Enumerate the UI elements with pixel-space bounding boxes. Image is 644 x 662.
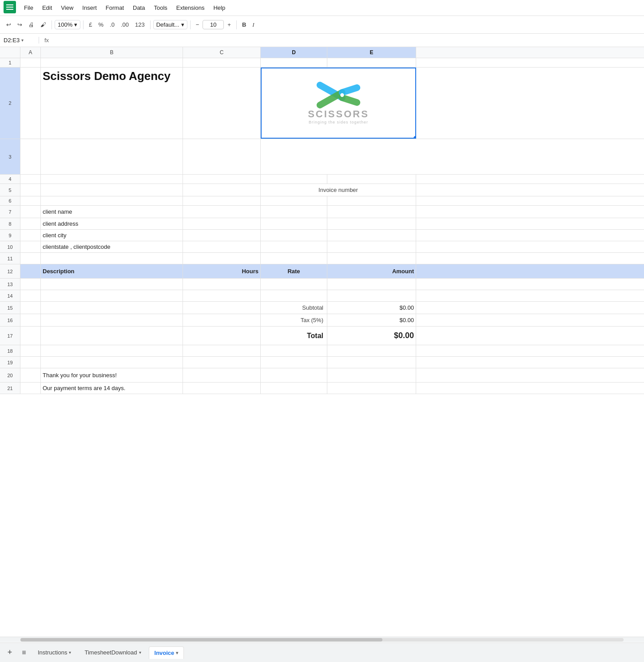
- col-header-c[interactable]: C: [183, 47, 261, 58]
- cell-a15[interactable]: [20, 302, 41, 314]
- cell-d8[interactable]: [261, 218, 327, 229]
- cell-e14[interactable]: [327, 290, 416, 301]
- cell-e6[interactable]: [327, 196, 416, 205]
- logo-cell[interactable]: SCISSORS Bringing the sides together: [261, 68, 416, 139]
- cell-e20[interactable]: [327, 368, 416, 382]
- cell-a11[interactable]: [20, 253, 41, 264]
- row-num-14[interactable]: 14: [0, 290, 20, 301]
- cell-b9[interactable]: client city: [41, 230, 183, 241]
- cell-d14[interactable]: [261, 290, 327, 301]
- cell-b6[interactable]: [41, 196, 183, 205]
- cell-a6[interactable]: [20, 196, 41, 205]
- format-123-button[interactable]: 123: [132, 20, 147, 30]
- cell-a20[interactable]: [20, 368, 41, 382]
- cell-a1[interactable]: [20, 58, 41, 67]
- cell-reference[interactable]: D2:E3 ▾: [4, 37, 39, 44]
- cell-e8[interactable]: [327, 218, 416, 229]
- scrollbar-thumb[interactable]: [20, 638, 382, 642]
- col-header-a[interactable]: A: [20, 47, 41, 58]
- col-header-e[interactable]: E: [327, 47, 416, 58]
- row-num-3[interactable]: 3: [0, 139, 20, 174]
- font-size-increase-button[interactable]: +: [225, 20, 234, 30]
- col-header-b[interactable]: B: [41, 47, 183, 58]
- decimal-decrease-button[interactable]: .0: [107, 20, 117, 30]
- cell-b1[interactable]: [41, 58, 183, 67]
- menu-extensions[interactable]: Extensions: [173, 3, 208, 13]
- row-num-2[interactable]: 2: [0, 68, 20, 139]
- cell-c19[interactable]: [183, 357, 261, 368]
- row-num-15[interactable]: 15: [0, 302, 20, 314]
- row-num-5[interactable]: 5: [0, 184, 20, 196]
- menu-edit[interactable]: Edit: [39, 3, 56, 13]
- cell-c10[interactable]: [183, 241, 261, 252]
- cell-d21[interactable]: [261, 383, 327, 394]
- resize-handle[interactable]: [413, 136, 416, 139]
- row-num-16[interactable]: 16: [0, 314, 20, 326]
- cell-c18[interactable]: [183, 345, 261, 356]
- cell-e21[interactable]: [327, 383, 416, 394]
- cell-a3[interactable]: [20, 139, 41, 174]
- cell-b18[interactable]: [41, 345, 183, 356]
- row-num-11[interactable]: 11: [0, 253, 20, 264]
- cell-c17[interactable]: [183, 327, 261, 345]
- cell-c5[interactable]: [183, 184, 261, 196]
- cell-c11[interactable]: [183, 253, 261, 264]
- cell-e9[interactable]: [327, 230, 416, 241]
- cell-a4[interactable]: [20, 175, 41, 183]
- cell-c8[interactable]: [183, 218, 261, 229]
- cell-b12-description[interactable]: Description: [41, 264, 183, 278]
- cell-a8[interactable]: [20, 218, 41, 229]
- cell-a17[interactable]: [20, 327, 41, 345]
- cell-ref-dropdown-icon[interactable]: ▾: [21, 38, 24, 43]
- cell-b16[interactable]: [41, 314, 183, 326]
- cell-a21[interactable]: [20, 383, 41, 394]
- menu-view[interactable]: View: [57, 3, 77, 13]
- cell-d20[interactable]: [261, 368, 327, 382]
- row-num-19[interactable]: 19: [0, 357, 20, 368]
- cell-b20[interactable]: Thank you for your business!: [41, 368, 183, 382]
- menu-tools[interactable]: Tools: [150, 3, 171, 13]
- cell-d17-total[interactable]: Total: [261, 327, 327, 345]
- cell-b21[interactable]: Our payment terms are 14 days.: [41, 383, 183, 394]
- cell-e7[interactable]: [327, 206, 416, 218]
- cell-e18[interactable]: [327, 345, 416, 356]
- cell-a12[interactable]: [20, 264, 41, 278]
- cell-a7[interactable]: [20, 206, 41, 218]
- cell-c13[interactable]: [183, 279, 261, 290]
- cell-a14[interactable]: [20, 290, 41, 301]
- row-num-7[interactable]: 7: [0, 206, 20, 218]
- menu-help[interactable]: Help: [210, 3, 229, 13]
- row-num-17[interactable]: 17: [0, 327, 20, 345]
- paint-format-button[interactable]: 🖌: [38, 20, 49, 30]
- sheet-body[interactable]: 1 2 Scissors Demo Agency: [0, 58, 644, 637]
- cell-d18[interactable]: [261, 345, 327, 356]
- formula-input[interactable]: [54, 37, 640, 44]
- cell-b17[interactable]: [41, 327, 183, 345]
- cell-e4[interactable]: [327, 175, 416, 183]
- cell-c7[interactable]: [183, 206, 261, 218]
- col-header-d[interactable]: D: [261, 47, 327, 58]
- cell-d7[interactable]: [261, 206, 327, 218]
- row-num-18[interactable]: 18: [0, 345, 20, 356]
- menu-file[interactable]: File: [20, 3, 37, 13]
- cell-a9[interactable]: [20, 230, 41, 241]
- menu-data[interactable]: Data: [129, 3, 148, 13]
- cell-e10[interactable]: [327, 241, 416, 252]
- row-num-1[interactable]: 1: [0, 58, 20, 67]
- cell-c15[interactable]: [183, 302, 261, 314]
- cell-a5[interactable]: [20, 184, 41, 196]
- cell-e12-amount[interactable]: Amount: [327, 264, 416, 278]
- cell-a18[interactable]: [20, 345, 41, 356]
- cell-e17-total[interactable]: $0.00: [327, 327, 416, 345]
- cell-c9[interactable]: [183, 230, 261, 241]
- cell-c14[interactable]: [183, 290, 261, 301]
- cell-d1[interactable]: [261, 58, 327, 67]
- cell-d5[interactable]: Invoice number: [261, 184, 416, 196]
- cell-b15[interactable]: [41, 302, 183, 314]
- row-num-21[interactable]: 21: [0, 383, 20, 394]
- cell-b13[interactable]: [41, 279, 183, 290]
- row-num-20[interactable]: 20: [0, 368, 20, 382]
- currency-button[interactable]: £: [86, 20, 95, 30]
- bold-button[interactable]: B: [239, 20, 249, 30]
- cell-c20[interactable]: [183, 368, 261, 382]
